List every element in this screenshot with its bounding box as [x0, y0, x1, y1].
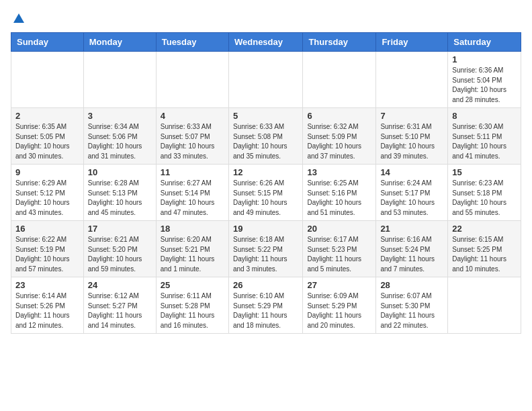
- calendar-cell: [228, 52, 302, 108]
- day-info: Sunrise: 6:17 AM Sunset: 5:23 PM Dayligh…: [307, 235, 371, 274]
- calendar-cell: 21Sunrise: 6:16 AM Sunset: 5:24 PM Dayli…: [376, 221, 448, 277]
- calendar-cell: 5Sunrise: 6:33 AM Sunset: 5:08 PM Daylig…: [228, 108, 302, 165]
- day-number: 8: [452, 111, 517, 121]
- calendar-cell: 23Sunrise: 6:14 AM Sunset: 5:26 PM Dayli…: [11, 277, 84, 334]
- calendar-cell: 6Sunrise: 6:32 AM Sunset: 5:09 PM Daylig…: [303, 108, 376, 165]
- calendar-cell: 15Sunrise: 6:23 AM Sunset: 5:18 PM Dayli…: [448, 165, 521, 221]
- calendar-cell: 11Sunrise: 6:27 AM Sunset: 5:14 PM Dayli…: [156, 165, 228, 221]
- day-number: 9: [15, 167, 79, 177]
- calendar-cell: 27Sunrise: 6:09 AM Sunset: 5:29 PM Dayli…: [303, 277, 376, 334]
- calendar-cell: 17Sunrise: 6:21 AM Sunset: 5:20 PM Dayli…: [83, 221, 156, 277]
- day-number: 22: [452, 224, 517, 234]
- day-number: 26: [233, 280, 298, 290]
- calendar-cell: 18Sunrise: 6:20 AM Sunset: 5:21 PM Dayli…: [156, 221, 228, 277]
- calendar-week-3: 9Sunrise: 6:29 AM Sunset: 5:12 PM Daylig…: [11, 165, 521, 221]
- day-number: 15: [452, 167, 517, 177]
- day-info: Sunrise: 6:33 AM Sunset: 5:08 PM Dayligh…: [233, 122, 298, 161]
- calendar-cell: 14Sunrise: 6:24 AM Sunset: 5:17 PM Dayli…: [376, 165, 448, 221]
- logo-text: [11, 11, 24, 24]
- calendar-table: SundayMondayTuesdayWednesdayThursdayFrid…: [11, 32, 521, 334]
- calendar-header-saturday: Saturday: [448, 33, 521, 52]
- calendar-cell: 20Sunrise: 6:17 AM Sunset: 5:23 PM Dayli…: [303, 221, 376, 277]
- day-info: Sunrise: 6:26 AM Sunset: 5:15 PM Dayligh…: [233, 179, 298, 218]
- day-number: 27: [307, 280, 371, 290]
- calendar-cell: 7Sunrise: 6:31 AM Sunset: 5:10 PM Daylig…: [376, 108, 448, 165]
- calendar-cell: 4Sunrise: 6:33 AM Sunset: 5:07 PM Daylig…: [156, 108, 228, 165]
- calendar-cell: [156, 52, 228, 108]
- day-number: 13: [307, 167, 371, 177]
- day-number: 20: [307, 224, 371, 234]
- day-number: 17: [88, 224, 152, 234]
- calendar-cell: 2Sunrise: 6:35 AM Sunset: 5:05 PM Daylig…: [11, 108, 84, 165]
- calendar-cell: 22Sunrise: 6:15 AM Sunset: 5:25 PM Dayli…: [448, 221, 521, 277]
- day-number: 2: [15, 111, 79, 121]
- calendar-week-5: 23Sunrise: 6:14 AM Sunset: 5:26 PM Dayli…: [11, 277, 521, 334]
- calendar-cell: 3Sunrise: 6:34 AM Sunset: 5:06 PM Daylig…: [83, 108, 156, 165]
- calendar-cell: 12Sunrise: 6:26 AM Sunset: 5:15 PM Dayli…: [228, 165, 302, 221]
- calendar-header-wednesday: Wednesday: [228, 33, 302, 52]
- calendar-cell: [83, 52, 156, 108]
- day-info: Sunrise: 6:23 AM Sunset: 5:18 PM Dayligh…: [452, 179, 517, 218]
- day-info: Sunrise: 6:25 AM Sunset: 5:16 PM Dayligh…: [307, 179, 371, 218]
- calendar-cell: 25Sunrise: 6:11 AM Sunset: 5:28 PM Dayli…: [156, 277, 228, 334]
- calendar-week-2: 2Sunrise: 6:35 AM Sunset: 5:05 PM Daylig…: [11, 108, 521, 165]
- calendar-cell: 13Sunrise: 6:25 AM Sunset: 5:16 PM Dayli…: [303, 165, 376, 221]
- calendar-cell: 1Sunrise: 6:36 AM Sunset: 5:04 PM Daylig…: [448, 52, 521, 108]
- day-info: Sunrise: 6:15 AM Sunset: 5:25 PM Dayligh…: [452, 235, 517, 274]
- logo: [11, 11, 24, 24]
- day-info: Sunrise: 6:11 AM Sunset: 5:28 PM Dayligh…: [161, 291, 224, 330]
- day-info: Sunrise: 6:30 AM Sunset: 5:11 PM Dayligh…: [452, 122, 517, 161]
- calendar-header-row: SundayMondayTuesdayWednesdayThursdayFrid…: [11, 33, 521, 52]
- day-info: Sunrise: 6:18 AM Sunset: 5:22 PM Dayligh…: [233, 235, 298, 274]
- day-number: 19: [233, 224, 298, 234]
- day-number: 14: [380, 167, 443, 177]
- day-number: 7: [380, 111, 443, 121]
- calendar-cell: 28Sunrise: 6:07 AM Sunset: 5:30 PM Dayli…: [376, 277, 448, 334]
- calendar-cell: [448, 277, 521, 334]
- day-number: 6: [307, 111, 371, 121]
- calendar-header-tuesday: Tuesday: [156, 33, 228, 52]
- page-header: [11, 11, 521, 24]
- day-info: Sunrise: 6:28 AM Sunset: 5:13 PM Dayligh…: [88, 179, 152, 218]
- day-info: Sunrise: 6:27 AM Sunset: 5:14 PM Dayligh…: [161, 179, 224, 218]
- day-info: Sunrise: 6:33 AM Sunset: 5:07 PM Dayligh…: [161, 122, 224, 161]
- day-number: 28: [380, 280, 443, 290]
- calendar-cell: 8Sunrise: 6:30 AM Sunset: 5:11 PM Daylig…: [448, 108, 521, 165]
- day-number: 11: [161, 167, 224, 177]
- day-info: Sunrise: 6:22 AM Sunset: 5:19 PM Dayligh…: [15, 235, 79, 274]
- day-number: 23: [15, 280, 79, 290]
- day-info: Sunrise: 6:14 AM Sunset: 5:26 PM Dayligh…: [15, 291, 79, 330]
- day-number: 3: [88, 111, 152, 121]
- calendar-cell: [303, 52, 376, 108]
- calendar-cell: 24Sunrise: 6:12 AM Sunset: 5:27 PM Dayli…: [83, 277, 156, 334]
- calendar-cell: [11, 52, 84, 108]
- day-number: 25: [161, 280, 224, 290]
- calendar-header-thursday: Thursday: [303, 33, 376, 52]
- day-number: 16: [15, 224, 79, 234]
- day-number: 24: [88, 280, 152, 290]
- day-number: 4: [161, 111, 224, 121]
- day-info: Sunrise: 6:20 AM Sunset: 5:21 PM Dayligh…: [161, 235, 224, 274]
- day-info: Sunrise: 6:34 AM Sunset: 5:06 PM Dayligh…: [88, 122, 152, 161]
- day-info: Sunrise: 6:21 AM Sunset: 5:20 PM Dayligh…: [88, 235, 152, 274]
- day-number: 18: [161, 224, 224, 234]
- calendar-cell: 19Sunrise: 6:18 AM Sunset: 5:22 PM Dayli…: [228, 221, 302, 277]
- day-info: Sunrise: 6:09 AM Sunset: 5:29 PM Dayligh…: [307, 291, 371, 330]
- calendar-header-sunday: Sunday: [11, 33, 84, 52]
- day-info: Sunrise: 6:10 AM Sunset: 5:29 PM Dayligh…: [233, 291, 298, 330]
- day-info: Sunrise: 6:36 AM Sunset: 5:04 PM Dayligh…: [452, 66, 517, 105]
- day-info: Sunrise: 6:31 AM Sunset: 5:10 PM Dayligh…: [380, 122, 443, 161]
- day-info: Sunrise: 6:16 AM Sunset: 5:24 PM Dayligh…: [380, 235, 443, 274]
- calendar-header-friday: Friday: [376, 33, 448, 52]
- calendar-cell: 16Sunrise: 6:22 AM Sunset: 5:19 PM Dayli…: [11, 221, 84, 277]
- calendar-cell: [376, 52, 448, 108]
- day-number: 1: [452, 54, 517, 64]
- day-number: 21: [380, 224, 443, 234]
- calendar-cell: 9Sunrise: 6:29 AM Sunset: 5:12 PM Daylig…: [11, 165, 84, 221]
- calendar-cell: 26Sunrise: 6:10 AM Sunset: 5:29 PM Dayli…: [228, 277, 302, 334]
- day-info: Sunrise: 6:24 AM Sunset: 5:17 PM Dayligh…: [380, 179, 443, 218]
- calendar-header-monday: Monday: [83, 33, 156, 52]
- day-info: Sunrise: 6:32 AM Sunset: 5:09 PM Dayligh…: [307, 122, 371, 161]
- day-info: Sunrise: 6:35 AM Sunset: 5:05 PM Dayligh…: [15, 122, 79, 161]
- calendar-week-1: 1Sunrise: 6:36 AM Sunset: 5:04 PM Daylig…: [11, 52, 521, 108]
